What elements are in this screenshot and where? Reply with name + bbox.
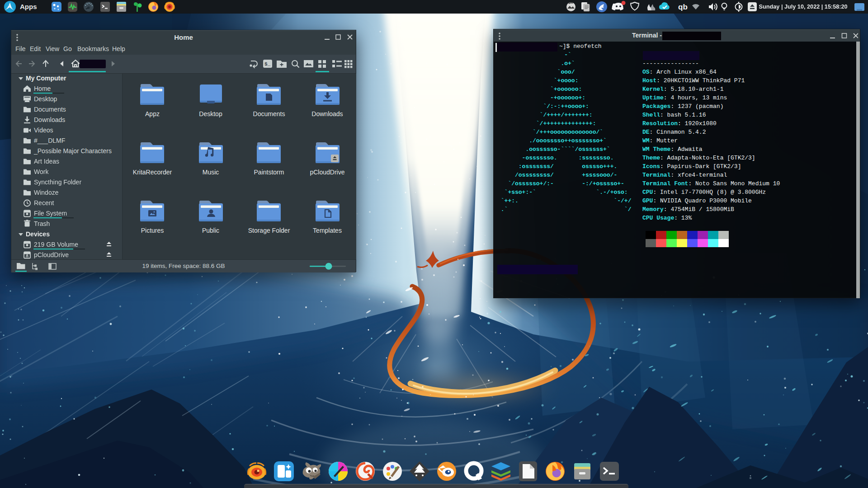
svg-text:$_: $_	[264, 61, 271, 67]
svg-text:qb: qb	[678, 3, 688, 11]
